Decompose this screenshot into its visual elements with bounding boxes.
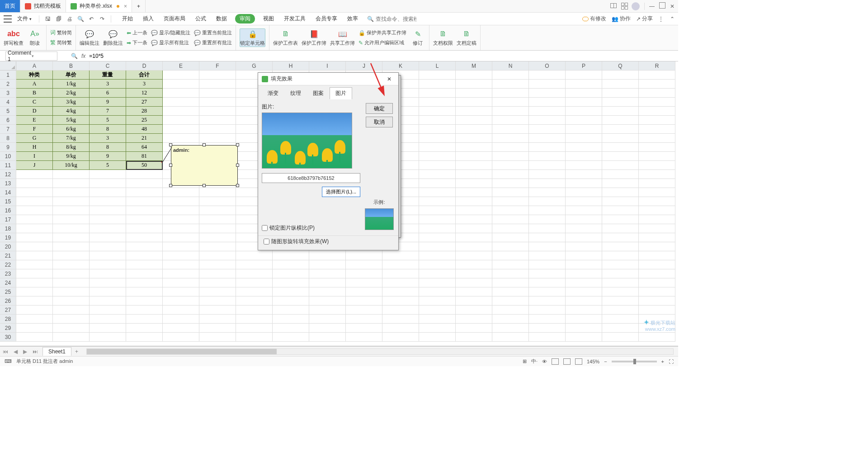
cell[interactable] xyxy=(273,296,309,306)
cell[interactable] xyxy=(163,197,199,206)
cell[interactable] xyxy=(309,287,346,296)
cell[interactable] xyxy=(639,179,675,188)
cell[interactable] xyxy=(16,233,53,242)
cell[interactable] xyxy=(639,170,675,179)
cell[interactable] xyxy=(639,315,675,324)
row-header[interactable]: 6 xyxy=(0,116,16,125)
cell[interactable] xyxy=(163,134,199,143)
tab-member[interactable]: 会员专享 xyxy=(314,14,339,24)
cell[interactable] xyxy=(639,143,675,152)
tab-pattern[interactable]: 图案 xyxy=(307,87,330,99)
cell[interactable] xyxy=(126,224,163,233)
lock-ratio-checkbox[interactable]: 锁定图片纵横比(P) xyxy=(262,224,360,232)
cell[interactable] xyxy=(492,197,529,206)
cell[interactable] xyxy=(90,206,126,215)
cell[interactable] xyxy=(639,206,675,215)
cell[interactable] xyxy=(419,134,456,143)
cell[interactable] xyxy=(90,197,126,206)
col-header[interactable]: N xyxy=(492,61,529,70)
cell[interactable] xyxy=(602,215,639,224)
cell[interactable] xyxy=(639,107,675,116)
tab-picture[interactable]: 图片 xyxy=(330,87,352,99)
cell[interactable] xyxy=(602,116,639,125)
cell[interactable] xyxy=(346,315,382,324)
cell[interactable]: 27 xyxy=(126,98,163,107)
cell[interactable] xyxy=(529,242,566,251)
cell[interactable] xyxy=(90,269,126,278)
cell[interactable] xyxy=(236,287,273,296)
cell[interactable] xyxy=(639,125,675,134)
cell[interactable] xyxy=(53,242,90,251)
cell[interactable] xyxy=(199,296,236,306)
cell[interactable] xyxy=(456,306,492,315)
cell[interactable] xyxy=(90,315,126,324)
row-header[interactable]: 15 xyxy=(0,197,16,206)
cell[interactable] xyxy=(199,324,236,333)
cell[interactable]: 8/kg xyxy=(53,143,90,152)
formula-input[interactable] xyxy=(89,53,225,59)
cell[interactable]: B xyxy=(16,89,53,98)
cell[interactable] xyxy=(163,251,199,260)
cell[interactable] xyxy=(236,251,273,260)
spreadsheet-grid[interactable]: ABCDEFGHIJKLMNOPQR1种类单价重量合计2A1/kg333B2/k… xyxy=(0,61,678,346)
cell[interactable] xyxy=(163,296,199,306)
redo-icon[interactable]: ↷ xyxy=(98,16,106,22)
cell[interactable]: 25 xyxy=(126,116,163,125)
sheet-nav-next-icon[interactable]: ▶ xyxy=(20,348,30,355)
cell[interactable] xyxy=(419,224,456,233)
resize-handle[interactable] xyxy=(203,143,206,146)
cell[interactable] xyxy=(529,197,566,206)
cell[interactable] xyxy=(419,260,456,269)
cell[interactable] xyxy=(90,260,126,269)
cell[interactable] xyxy=(126,324,163,333)
cell[interactable] xyxy=(602,242,639,251)
cell[interactable] xyxy=(199,242,236,251)
cell[interactable] xyxy=(529,306,566,315)
cell[interactable] xyxy=(602,70,639,80)
cell[interactable] xyxy=(273,306,309,315)
tab-home[interactable]: 首页 xyxy=(0,0,20,12)
cell[interactable] xyxy=(529,296,566,306)
avatar-icon[interactable] xyxy=(632,2,640,10)
ok-button[interactable]: 确定 xyxy=(366,103,393,114)
cell[interactable] xyxy=(199,306,236,315)
cell[interactable] xyxy=(529,170,566,179)
cell[interactable] xyxy=(639,152,675,161)
cell[interactable] xyxy=(163,89,199,98)
chevron-up-icon[interactable]: ⌃ xyxy=(670,16,675,22)
cell[interactable] xyxy=(16,315,53,324)
row-header[interactable]: 3 xyxy=(0,89,16,98)
cell[interactable] xyxy=(309,333,346,342)
cell[interactable] xyxy=(90,179,126,188)
cell[interactable] xyxy=(90,333,126,342)
cell[interactable] xyxy=(419,143,456,152)
cell[interactable] xyxy=(492,116,529,125)
cn-icon[interactable]: 中· xyxy=(531,358,538,365)
cell[interactable] xyxy=(602,143,639,152)
share-button[interactable]: ↗分享 xyxy=(636,15,653,23)
cell[interactable]: 重量 xyxy=(90,70,126,80)
cell[interactable]: D xyxy=(16,107,53,116)
col-header[interactable]: E xyxy=(163,61,199,70)
cell[interactable] xyxy=(566,80,602,89)
cell[interactable] xyxy=(419,206,456,215)
doc-permission-button[interactable]: 🗎文档权限 xyxy=(433,29,453,47)
cell[interactable] xyxy=(236,278,273,287)
cell[interactable]: 种类 xyxy=(16,70,53,80)
cell[interactable] xyxy=(529,98,566,107)
cell[interactable] xyxy=(602,251,639,260)
cell[interactable] xyxy=(126,269,163,278)
cell[interactable] xyxy=(53,260,90,269)
sheet-tab[interactable]: Sheet1 xyxy=(42,347,71,356)
row-header[interactable]: 5 xyxy=(0,107,16,116)
cell[interactable] xyxy=(492,89,529,98)
cell[interactable] xyxy=(529,206,566,215)
cell[interactable] xyxy=(273,333,309,342)
cell[interactable]: J xyxy=(16,161,53,170)
dialog-close-button[interactable]: ✕ xyxy=(384,75,395,84)
add-sheet-button[interactable]: + xyxy=(71,348,82,355)
cell[interactable] xyxy=(309,269,346,278)
cell[interactable]: 单价 xyxy=(53,70,90,80)
cell[interactable] xyxy=(163,224,199,233)
cell[interactable] xyxy=(529,161,566,170)
